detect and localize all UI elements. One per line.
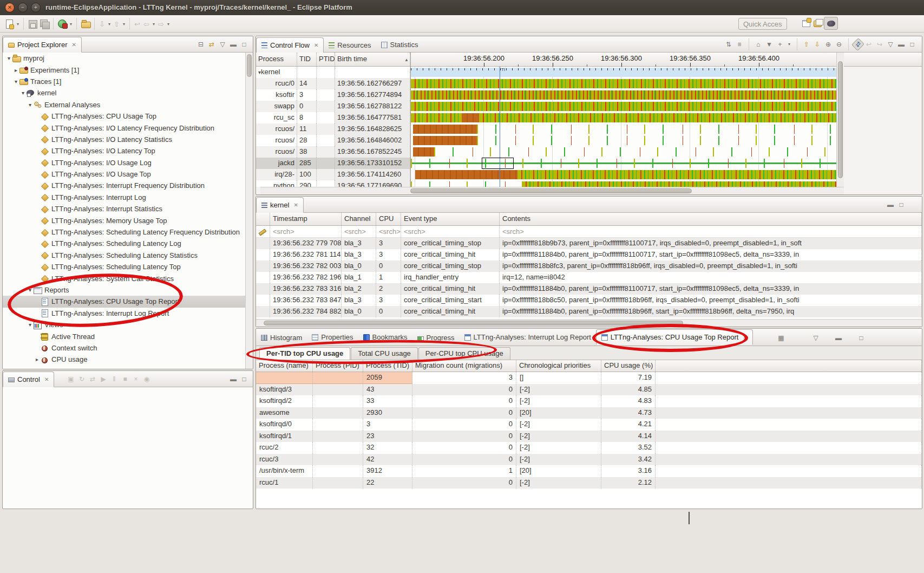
process-row-rcuc-014[interactable]: rcuc/01419:36:56.162766297 bbox=[256, 78, 410, 89]
tree-item-reports[interactable]: ▾Reports bbox=[3, 284, 245, 296]
tree-item-cpu-usage[interactable]: ▸CPU usage bbox=[3, 354, 245, 365]
column-event-type[interactable]: Event type bbox=[401, 213, 500, 225]
tab-control-flow[interactable]: Control Flow✕ bbox=[256, 37, 324, 53]
tab-bookmarks[interactable]: Bookmarks bbox=[358, 329, 412, 345]
timeline-row-rcuos-38[interactable] bbox=[411, 146, 837, 158]
reset-time-range-icon[interactable]: ⌂ bbox=[754, 41, 763, 48]
tree-item-lttng-analyses-interrupt-frequency-distribution[interactable]: LTTng-Analyses: Interrupt Frequency Dist… bbox=[3, 180, 245, 191]
report-row-ksoftirqd-0[interactable]: ksoftirqd/030[-2]4.21 bbox=[256, 419, 922, 431]
refresh-icon[interactable]: ↻ bbox=[77, 375, 86, 383]
tree-item-traces-1[interactable]: ▾Traces [1] bbox=[3, 76, 245, 87]
column-cpu-usage[interactable]: CPU usage (%) bbox=[601, 360, 656, 372]
column-process-pid[interactable]: Process (PID) bbox=[313, 360, 363, 372]
report-row-usr-bin-x-term[interactable]: /usr/bin/x-term39121[20]3.16 bbox=[256, 465, 922, 477]
subtab-total-cpu-usage[interactable]: Total CPU usage bbox=[351, 347, 418, 360]
minimize-view-icon[interactable]: ▬ bbox=[834, 334, 843, 342]
search-timestamp-field[interactable]: <srch> bbox=[270, 226, 342, 237]
tab-control[interactable]: Control ✕ bbox=[3, 372, 54, 387]
project-explorer-scrollbar[interactable] bbox=[245, 53, 253, 369]
back-dropdown-icon[interactable]: ▾ bbox=[151, 22, 156, 27]
new-wizard-icon[interactable] bbox=[4, 18, 15, 29]
pin-table-icon[interactable]: ▦ bbox=[777, 334, 785, 342]
minimize-view-icon[interactable]: ▬ bbox=[897, 41, 906, 48]
subtab-per-tid-top-cpu-usage[interactable]: Per-TID top CPU usage bbox=[259, 347, 350, 360]
column-cpu[interactable]: CPU bbox=[376, 213, 401, 225]
search-event-type-field[interactable]: <srch> bbox=[401, 226, 500, 237]
stop-session-icon[interactable]: ■ bbox=[121, 375, 129, 383]
minimize-view-icon[interactable]: ▬ bbox=[229, 41, 238, 48]
export-dropdown-icon[interactable]: ▾ bbox=[121, 22, 127, 27]
collapse-arrow-icon[interactable]: ▾ bbox=[27, 322, 34, 328]
report-row-ksoftirqd-1[interactable]: ksoftirqd/1230[-2]4.14 bbox=[256, 431, 922, 442]
control-flow-vscrollbar[interactable] bbox=[836, 53, 844, 187]
connect-icon[interactable]: ⇄ bbox=[88, 375, 97, 383]
sash-handle[interactable] bbox=[689, 512, 690, 524]
report-row-rcuc-1[interactable]: rcuc/1220[-2]2.12 bbox=[256, 477, 922, 489]
tree-item-lttng-analyses-scheduling-latency-frequency-distribution[interactable]: LTTng-Analyses: Scheduling Latency Frequ… bbox=[3, 226, 245, 238]
report-row-rcuc-2[interactable]: rcuc/2320[-2]3.52 bbox=[256, 442, 922, 454]
close-tab-icon[interactable]: ✕ bbox=[71, 42, 76, 48]
events-hscrollbar[interactable] bbox=[256, 319, 922, 327]
expand-arrow-icon[interactable]: ▸ bbox=[34, 356, 41, 362]
markers-dropdown-icon[interactable]: ▾ bbox=[787, 42, 792, 47]
window-maximize-button[interactable]: + bbox=[31, 3, 41, 12]
tree-item-context-switch[interactable]: Context switch bbox=[3, 342, 245, 354]
collapse-arrow-icon[interactable]: ▾ bbox=[27, 287, 34, 293]
tree-item-views[interactable]: ▾Views bbox=[3, 319, 245, 330]
event-row[interactable]: 19:36:56.232 783 847bla_33core_critical_… bbox=[256, 295, 922, 306]
column-tid[interactable]: TID bbox=[297, 53, 317, 67]
event-row[interactable]: 19:36:56.232 779 708bla_33core_critical_… bbox=[256, 238, 922, 249]
control-flow-timeline[interactable]: TI bbox=[410, 67, 837, 187]
follow-cpu-toggle-icon[interactable]: ⇅ bbox=[851, 37, 864, 50]
control-flow-hscrollbar[interactable] bbox=[260, 187, 844, 194]
timeline-row-ksoftir3[interactable] bbox=[411, 89, 837, 101]
view-menu-icon[interactable]: ▽ bbox=[886, 41, 895, 48]
show-legend-icon[interactable]: ≡ bbox=[735, 41, 744, 48]
tree-item-active-thread[interactable]: Active Thread bbox=[3, 330, 245, 342]
event-row[interactable]: 19:36:56.232 784 882bla_00core_critical_… bbox=[256, 306, 922, 317]
tab-lttng-analyses-cpu-usage-top-report[interactable]: LTTng-Analyses: CPU Usage Top Report✕ bbox=[596, 329, 753, 345]
timeline-row-rcu-sc8[interactable] bbox=[411, 112, 837, 123]
column-process-name[interactable]: Process (name) bbox=[256, 360, 313, 372]
search-channel-field[interactable]: <srch> bbox=[342, 226, 376, 237]
process-row-swapp0[interactable]: swapp019:36:56.162788122 bbox=[256, 101, 410, 112]
timeline-row-rcuc-014[interactable] bbox=[411, 78, 837, 89]
tree-item-lttng-analyses-interrupt-log[interactable]: LTTng-Analyses: Interrupt Log bbox=[3, 192, 245, 203]
collapse-arrow-icon[interactable]: ▾ bbox=[27, 102, 34, 108]
pause-session-icon[interactable]: ‖ bbox=[110, 375, 119, 383]
expand-arrow-icon[interactable]: ▸ bbox=[12, 67, 19, 73]
tree-item-lttng-analyses-i-o-latency-frequency-distribution[interactable]: LTTng-Analyses: I/O Latency Frequency Di… bbox=[3, 122, 245, 133]
tree-item-lttng-analyses-memory-usage-top[interactable]: LTTng-Analyses: Memory Usage Top bbox=[3, 214, 245, 226]
search-contents-field[interactable]: <srch> bbox=[500, 226, 922, 237]
forward-icon[interactable]: ⇨ bbox=[156, 20, 166, 28]
search-cpu-field[interactable]: <srch> bbox=[376, 226, 401, 237]
tab-properties[interactable]: Properties bbox=[307, 329, 358, 345]
tree-item-lttng-analyses-i-o-usage-top[interactable]: LTTng-Analyses: I/O Usage Top bbox=[3, 168, 245, 180]
collapse-all-icon[interactable]: ⊟ bbox=[196, 41, 205, 48]
last-edit-icon[interactable]: ↩ bbox=[133, 20, 142, 28]
process-row-jackd285[interactable]: jackd28519:36:56.173310152 bbox=[256, 158, 410, 169]
collapse-arrow-icon[interactable]: ▾ bbox=[19, 90, 27, 96]
destroy-session-icon[interactable]: × bbox=[132, 375, 140, 383]
event-row[interactable]: 19:36:56.232 783 316bla_22core_critical_… bbox=[256, 283, 922, 295]
column-birth-time[interactable]: Birth time▲ bbox=[335, 53, 410, 67]
process-row-irq-28-100[interactable]: irq/28-10019:36:56.174114260 bbox=[256, 169, 410, 180]
tree-item-lttng-analyses-cpu-usage-top-report[interactable]: LTTng-Analyses: CPU Usage Top Report bbox=[3, 296, 245, 307]
next-marker-icon[interactable]: ↪ bbox=[875, 41, 884, 48]
zoom-out-icon[interactable]: ⊖ bbox=[835, 41, 843, 48]
tree-item-lttng-analyses-interrupt-log-report[interactable]: LTTng-Analyses: Interrupt Log Report bbox=[3, 308, 245, 319]
collapse-arrow-icon[interactable]: ▾ bbox=[12, 79, 19, 84]
tree-item-lttng-analyses-scheduling-latency-top[interactable]: LTTng-Analyses: Scheduling Latency Top bbox=[3, 261, 245, 272]
tree-item-external-analyses[interactable]: ▾External Analyses bbox=[3, 99, 245, 110]
tab-progress[interactable]: Progress bbox=[412, 330, 460, 346]
view-menu-icon[interactable]: ▽ bbox=[811, 334, 820, 342]
time-axis[interactable]: 19:36:56.20019:36:56.25019:36:56.30019:3… bbox=[410, 53, 837, 67]
new-connection-icon[interactable]: ▣ bbox=[67, 375, 75, 383]
column-ptid[interactable]: PTID bbox=[317, 53, 335, 67]
maximize-view-icon[interactable]: □ bbox=[908, 41, 916, 48]
window-close-button[interactable]: ✕ bbox=[5, 3, 15, 12]
quick-access-input[interactable] bbox=[738, 18, 787, 30]
add-bookmark-icon[interactable]: + bbox=[776, 41, 784, 48]
import-dropdown-icon[interactable]: ▾ bbox=[107, 22, 112, 27]
report-row-rcuc-3[interactable]: rcuc/3420[-2]3.42 bbox=[256, 454, 922, 466]
